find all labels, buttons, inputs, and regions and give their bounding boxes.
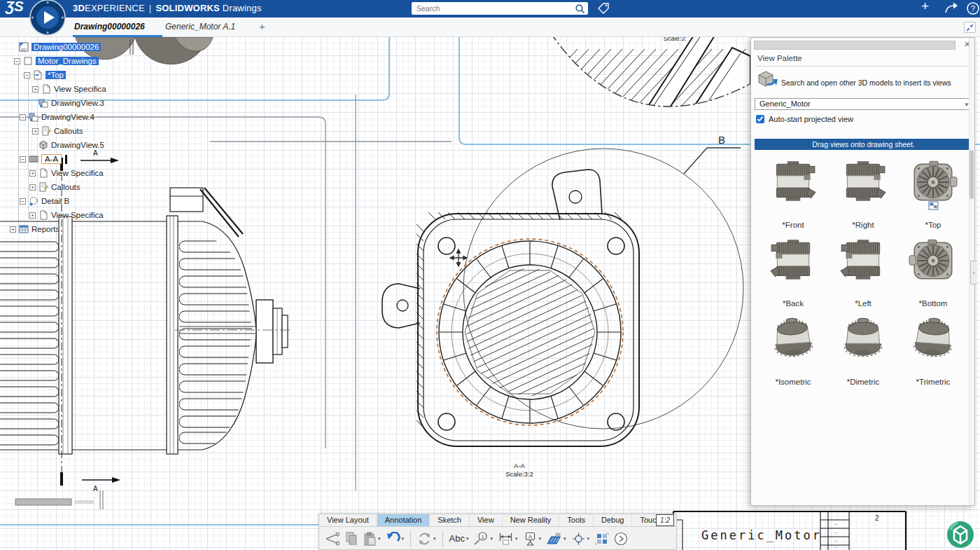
new-tab-button[interactable]: + (259, 20, 265, 32)
tab-annotation[interactable]: Annotation (377, 514, 430, 526)
auto-balloon-button[interactable] (593, 531, 610, 546)
tree-expander[interactable]: + (32, 128, 38, 135)
update-button[interactable]: ▾ (416, 531, 438, 546)
panel-collapse-handle[interactable]: ‹ (970, 261, 977, 284)
view-thumb-dimetric[interactable]: *Dimetric (828, 313, 898, 392)
dimension-button[interactable]: ▾ (496, 531, 519, 546)
tree-item-label[interactable]: Reports (31, 225, 59, 233)
view-thumb-left[interactable]: *Left (828, 235, 898, 313)
search-box (412, 2, 588, 15)
view-thumb-label: *Dimetric (847, 378, 880, 392)
panel-drag-handle[interactable] (754, 41, 955, 50)
note-button[interactable]: Abc ▾ (448, 532, 470, 544)
tab-tools[interactable]: Tools (559, 514, 594, 526)
caret-down-icon[interactable]: ▾ (539, 536, 542, 542)
dimension-icon (498, 532, 514, 546)
section-view-icon (29, 154, 38, 164)
view-thumb-front[interactable]: *Front (758, 156, 828, 235)
tab-generic-motor[interactable]: Generic_Motor A.1 (165, 22, 235, 32)
view-thumb-isometric[interactable]: *Isometric (758, 313, 828, 392)
auto-start-checkbox[interactable] (756, 115, 764, 123)
more-tools-button[interactable] (612, 531, 629, 546)
caret-down-icon[interactable]: ▾ (378, 536, 381, 542)
caret-down-icon[interactable]: ▾ (515, 536, 518, 542)
help-icon[interactable]: ? (966, 1, 980, 15)
caret-down-icon[interactable]: ▾ (490, 536, 493, 542)
tree-item-label[interactable]: Detail B (41, 197, 69, 205)
panel-hint-text: Search and open other 3D models to inser… (781, 78, 972, 87)
paste-button[interactable]: ▾ (362, 531, 382, 546)
view-thumb-trimetric[interactable]: *Trimetric (898, 313, 968, 392)
caret-down-icon[interactable]: ▾ (564, 536, 566, 542)
tree-item-label[interactable]: Drawing00000026 (31, 43, 101, 51)
drawing-view-icon (29, 112, 38, 122)
tree-item-label[interactable]: DrawingView.4 (41, 113, 94, 121)
rebuild-icon (417, 532, 432, 546)
search-icon[interactable] (575, 4, 585, 14)
tree-expander[interactable]: − (14, 58, 20, 64)
tag-icon[interactable] (596, 1, 610, 15)
auto-start-label[interactable]: Auto-start projected view (769, 115, 853, 123)
tree-expander[interactable]: + (32, 86, 38, 92)
tree-expander[interactable]: + (29, 212, 36, 219)
drawing-doc-icon (19, 42, 29, 52)
view-thumb-right[interactable]: *Right (828, 156, 898, 235)
datum-button[interactable]: A ▾ (522, 531, 543, 546)
centerline-button[interactable]: ▾ (570, 531, 592, 546)
undo-button[interactable]: ▾ (384, 531, 406, 546)
tree-item-rename-field[interactable]: A-A (41, 154, 62, 164)
tree-item-label[interactable]: Motor_Drawings (36, 57, 99, 65)
detail-view-icon (29, 196, 38, 206)
view-thumb-label: *Left (855, 299, 872, 313)
share-icon[interactable] (944, 1, 959, 15)
tree-expander[interactable]: − (20, 114, 26, 121)
caret-down-icon[interactable]: ▾ (402, 536, 405, 542)
view-thumb-bottom[interactable]: *Bottom (898, 235, 968, 313)
tree-item-label[interactable]: Callouts (51, 183, 80, 191)
tree-item-label[interactable]: DrawingView.3 (51, 99, 104, 107)
tree-item-label[interactable]: *Top (46, 71, 66, 79)
cut-button[interactable] (323, 531, 341, 546)
tab-sketch[interactable]: Sketch (430, 514, 470, 526)
model-dropdown[interactable]: Generic_Motor ▾ (755, 98, 972, 110)
view-thumb-label: *Top (925, 221, 941, 235)
area-hatch-button[interactable]: ▾ (545, 531, 568, 546)
tree-item-label[interactable]: View Specifica (54, 85, 106, 93)
search-input[interactable] (412, 2, 588, 15)
tree-item-label[interactable]: Callouts (54, 127, 83, 135)
search-models-icon (756, 70, 778, 91)
tree-item-label[interactable]: View Specifica (51, 169, 104, 177)
tree-item-label[interactable]: DrawingView.5 (51, 141, 104, 149)
tree-expander[interactable]: + (29, 170, 36, 177)
3dexperience-compass-icon[interactable] (29, 0, 66, 36)
balloon-button[interactable]: 1 ▾ (472, 531, 494, 546)
chevron-right-icon (614, 532, 628, 546)
tree-expander[interactable]: + (10, 226, 16, 233)
tab-view[interactable]: View (470, 514, 503, 526)
copy-button[interactable] (343, 531, 360, 546)
scrollbar-thumb[interactable] (969, 150, 974, 199)
add-icon[interactable]: + (921, 0, 929, 14)
table-icon (594, 532, 609, 546)
paste-icon (363, 532, 377, 546)
callouts-icon (38, 182, 48, 192)
tree-expander[interactable]: − (20, 198, 26, 205)
tree-expander[interactable]: + (29, 184, 36, 191)
tree-expander[interactable]: − (20, 156, 26, 163)
tree-expander[interactable]: − (24, 72, 30, 78)
hatch-icon (546, 532, 562, 546)
tab-debug[interactable]: Debug (594, 514, 632, 526)
feature-tree: Drawing00000026 − Motor_Drawings − *Top … (0, 37, 161, 247)
caret-down-icon[interactable]: ▾ (587, 536, 590, 542)
caret-down-icon[interactable]: ▾ (433, 536, 436, 542)
tree-item-label[interactable]: View Specifica (51, 211, 104, 219)
tab-drawing[interactable]: Drawing00000026 (74, 22, 145, 32)
toolbar-separator (410, 530, 411, 547)
tab-new-reality[interactable]: New Reality (503, 514, 560, 526)
tab-view-layout[interactable]: View Layout (319, 514, 377, 526)
caret-down-icon[interactable]: ▾ (466, 536, 469, 542)
drag-views-banner: Drag views onto drawing sheet. (755, 139, 972, 150)
collapse-ui-button[interactable] (964, 22, 976, 33)
view-thumb-top[interactable]: *Top (898, 156, 968, 235)
view-thumb-back[interactable]: *Back (758, 235, 828, 313)
